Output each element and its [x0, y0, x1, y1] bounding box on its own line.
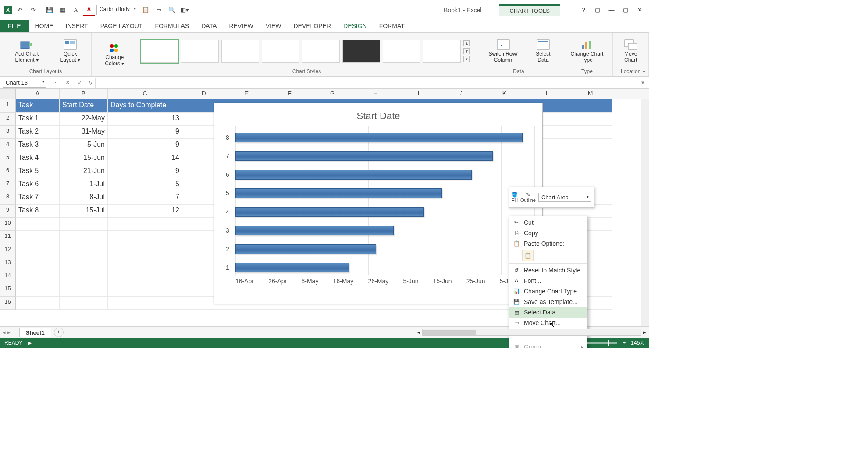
- cell[interactable]: 13: [108, 113, 182, 126]
- cell[interactable]: [569, 99, 612, 113]
- zoom-level[interactable]: 145%: [631, 340, 644, 346]
- chart-bar[interactable]: [235, 151, 493, 161]
- chart-style-3[interactable]: [221, 40, 259, 63]
- row-header[interactable]: 6: [0, 165, 16, 178]
- col-header-K[interactable]: K: [483, 89, 526, 99]
- cell[interactable]: 14: [108, 152, 182, 165]
- tab-formulas[interactable]: FORMULAS: [149, 20, 195, 32]
- cell[interactable]: 9: [108, 165, 182, 178]
- cell[interactable]: 12: [108, 205, 182, 218]
- tab-home[interactable]: HOME: [29, 20, 60, 32]
- cell[interactable]: 31-May: [60, 126, 108, 139]
- move-chart-button[interactable]: Move Chart: [616, 37, 645, 64]
- cell[interactable]: [16, 218, 60, 231]
- cell[interactable]: 7: [108, 191, 182, 205]
- switch-row-column-button[interactable]: Switch Row/ Column: [480, 37, 526, 64]
- cell[interactable]: [108, 283, 182, 297]
- cell[interactable]: [108, 231, 182, 244]
- chart-styles-scroll[interactable]: ▲▼▾: [463, 40, 472, 62]
- row-header[interactable]: 5: [0, 152, 16, 165]
- minimize-button[interactable]: —: [606, 4, 617, 16]
- tab-review[interactable]: REVIEW: [223, 20, 259, 32]
- save-button[interactable]: 💾: [44, 4, 55, 16]
- row-header[interactable]: 16: [0, 297, 16, 310]
- row-header[interactable]: 12: [0, 244, 16, 257]
- undo-button[interactable]: ↶: [14, 4, 25, 16]
- clipboard-button[interactable]: 📋: [140, 4, 151, 16]
- fx-icon[interactable]: fx: [86, 79, 95, 86]
- collapse-ribbon-button[interactable]: ^: [643, 69, 645, 75]
- maximize-button[interactable]: ▢: [620, 4, 631, 16]
- row-header[interactable]: 11: [0, 231, 16, 244]
- cell[interactable]: Start Date: [60, 99, 108, 113]
- ribbon-display-button[interactable]: ▢: [592, 4, 603, 16]
- expand-formula-button[interactable]: ▾: [637, 79, 649, 86]
- formula-input[interactable]: [95, 78, 637, 88]
- macro-record-icon[interactable]: ▶: [28, 340, 32, 346]
- cell[interactable]: [569, 139, 612, 152]
- tab-developer[interactable]: DEVELOPER: [287, 20, 337, 32]
- cell[interactable]: [569, 113, 612, 126]
- cm-cut[interactable]: ✂Cut: [509, 217, 587, 228]
- cm-save-template[interactable]: 💾Save as Template...: [509, 297, 587, 307]
- row-header[interactable]: 9: [0, 205, 16, 218]
- cell[interactable]: Days to Complete: [108, 99, 182, 113]
- cell[interactable]: [60, 257, 108, 270]
- cell[interactable]: 5-Jun: [60, 139, 108, 152]
- cell[interactable]: [60, 244, 108, 257]
- cell[interactable]: [16, 297, 60, 310]
- cell[interactable]: [108, 218, 182, 231]
- chart-style-6[interactable]: [342, 40, 380, 63]
- col-header-D[interactable]: D: [182, 89, 225, 99]
- row-header[interactable]: 10: [0, 218, 16, 231]
- cell[interactable]: 9: [108, 126, 182, 139]
- chart-style-1[interactable]: [141, 40, 178, 63]
- redo-button[interactable]: ↷: [27, 4, 39, 16]
- col-header-I[interactable]: I: [397, 89, 440, 99]
- col-header-F[interactable]: F: [268, 89, 311, 99]
- chart-style-2[interactable]: [181, 40, 219, 63]
- row-header[interactable]: 8: [0, 191, 16, 205]
- tab-format[interactable]: FORMAT: [373, 20, 411, 32]
- cell[interactable]: Task 6: [16, 178, 60, 191]
- horizontal-scrollbar[interactable]: [422, 329, 641, 336]
- cell[interactable]: 5: [108, 178, 182, 191]
- col-header-C[interactable]: C: [108, 89, 182, 99]
- worksheet-grid[interactable]: ABCDEFGHIJKLM 1TaskStart DateDays to Com…: [0, 89, 649, 326]
- chart-plot-area[interactable]: 87654321: [235, 126, 534, 275]
- cell[interactable]: Task 1: [16, 113, 60, 126]
- cell[interactable]: [60, 283, 108, 297]
- col-header-G[interactable]: G: [311, 89, 354, 99]
- col-header-J[interactable]: J: [440, 89, 483, 99]
- cm-move-chart[interactable]: ▭Move Chart...: [509, 318, 587, 328]
- row-header[interactable]: 4: [0, 139, 16, 152]
- cell[interactable]: [569, 165, 612, 178]
- cell[interactable]: 21-Jun: [60, 165, 108, 178]
- enter-formula-button[interactable]: ✓: [74, 79, 86, 86]
- chart-title[interactable]: Start Date: [214, 103, 542, 126]
- cell[interactable]: [60, 231, 108, 244]
- cell[interactable]: Task 3: [16, 139, 60, 152]
- change-colors-button[interactable]: Change Colors ▾: [95, 41, 134, 68]
- cell[interactable]: [569, 126, 612, 139]
- cell[interactable]: [16, 270, 60, 283]
- hscroll-left[interactable]: ◂: [417, 329, 420, 335]
- add-chart-element-button[interactable]: Add Chart Element ▾: [4, 37, 50, 64]
- chart-element-dropdown[interactable]: Chart Area: [538, 193, 591, 202]
- col-header-H[interactable]: H: [354, 89, 397, 99]
- cell[interactable]: [60, 297, 108, 310]
- row-header[interactable]: 14: [0, 270, 16, 283]
- chart-bar[interactable]: [235, 226, 394, 235]
- row-header[interactable]: 7: [0, 178, 16, 191]
- chart-style-7[interactable]: [383, 40, 420, 63]
- sheet-nav-prev[interactable]: ◂: [3, 329, 6, 335]
- tab-design[interactable]: DESIGN: [337, 20, 373, 32]
- cm-change-chart-type[interactable]: 📊Change Chart Type...: [509, 286, 587, 297]
- cell[interactable]: Task 2: [16, 126, 60, 139]
- cell[interactable]: [16, 244, 60, 257]
- tab-file[interactable]: FILE: [0, 20, 29, 32]
- new-button[interactable]: ▭: [153, 4, 164, 16]
- cell[interactable]: Task 7: [16, 191, 60, 205]
- paste-option-button[interactable]: 📋: [522, 250, 534, 261]
- cell[interactable]: [60, 218, 108, 231]
